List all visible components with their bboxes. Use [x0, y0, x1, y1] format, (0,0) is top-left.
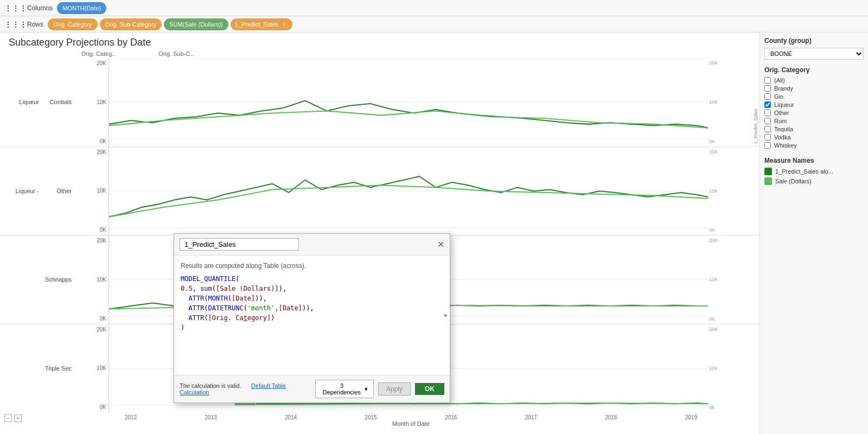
county-dropdown[interactable]: BOONE [764, 48, 864, 60]
checkbox-other[interactable] [764, 110, 771, 116]
filter-label-other: Other [774, 110, 789, 116]
month-date-pill[interactable]: MONTH(Date) [57, 2, 106, 14]
row-label-liqueur: Liqueur [0, 58, 43, 146]
filter-label-vodka: Vodka [774, 134, 791, 141]
y-axis-left-4: 20K 10K 0K [76, 324, 108, 413]
y-axis-left-1: 20K 10K 0K [76, 58, 108, 146]
deps-chevron-icon: ▾ [365, 386, 368, 393]
filter-other: Other [764, 110, 864, 116]
checkbox-whiskey[interactable] [764, 142, 771, 149]
orig-category-title: Orig. Category [764, 66, 864, 74]
x-label-2014: 2014 [285, 414, 297, 420]
county-group-section: County (group) BOONE [764, 37, 864, 60]
x-label-2018: 2018 [605, 414, 617, 420]
modal-code: MODEL_QUANTILE( 0.5, sum([Sale (Dollars)… [181, 274, 443, 333]
columns-toolbar: ⋮⋮⋮ Columns MONTH(Date) [0, 0, 868, 16]
sum-sale-pill[interactable]: SUM(Sale (Dollars)) [164, 18, 228, 30]
y-axis-left-3: 20K 10K 0K [76, 235, 108, 324]
filter-label-tequila: Tequila [774, 126, 793, 132]
checkbox-liqueur[interactable] [764, 101, 771, 108]
col-header-1: Orig. Categ.. [81, 50, 115, 57]
row-label-liqueur-other-2: Other [43, 147, 76, 235]
filter-liqueur: Liqueur [764, 101, 864, 108]
legend-label-sale: Sale (Dollars) [775, 178, 812, 184]
filter-vodka: Vodka [764, 134, 864, 141]
modal-close-button[interactable]: ✕ [437, 239, 444, 250]
filter-label-rum: Rum [774, 118, 787, 124]
x-label-2015: 2015 [365, 414, 377, 420]
modal-footer: The calculation is valid. Default Table … [174, 375, 450, 403]
filter-label-liqueur: Liqueur [774, 101, 794, 108]
row-label-triple-sec: Triple Sec [43, 324, 76, 413]
row-label-cordials: Cordials [43, 58, 76, 146]
filter-brandy: Brandy [764, 85, 864, 92]
filter-all: (All) [764, 77, 864, 84]
filter-label-all: (All) [774, 77, 785, 84]
row-label-schnapps: Schnapps [43, 235, 76, 324]
checkbox-tequila[interactable] [764, 126, 771, 132]
chart-title: Subcategory Projections by Date [0, 33, 760, 50]
apply-button[interactable]: Apply [378, 382, 411, 395]
modal-scroll-arrow[interactable]: ▶ [444, 312, 448, 318]
filter-label-whiskey: Whiskey [774, 142, 797, 149]
x-label-2017: 2017 [525, 414, 537, 420]
filter-whiskey: Whiskey [764, 142, 864, 149]
modal-footer-left: The calculation is valid. Default Table … [180, 382, 315, 395]
checkbox-vodka[interactable] [764, 134, 771, 141]
row-label-schnapps-empty [0, 235, 43, 324]
row-label-liqueur-other-1: Liqueur - [0, 147, 43, 235]
y-axis-right-3: 20K 10K 0K [708, 235, 738, 324]
modal-header: ✕ [174, 234, 450, 256]
calculation-dialog[interactable]: ✕ Results are computed along Table (acro… [174, 233, 450, 403]
ok-button[interactable]: OK [415, 383, 444, 395]
modal-footer-right: 3 Dependencies ▾ Apply OK [315, 380, 444, 398]
orig-subcategory-pill[interactable]: Orig. Sub-Category [100, 18, 162, 30]
collapse-icon[interactable]: − [4, 414, 12, 422]
legend-predict-sales: 1_Predict_Sales alo... [764, 168, 864, 175]
dependencies-button[interactable]: 3 Dependencies ▾ [315, 380, 374, 398]
measure-names-section: Measure Names 1_Predict_Sales alo... Sal… [764, 157, 864, 187]
modal-info-text: Results are computed along Table (across… [181, 262, 443, 270]
right-sidebar: County (group) BOONE Orig. Category (All… [760, 33, 868, 434]
y-axis-right-1: 20K 10K 0K [708, 58, 738, 146]
filter-label-gin: Gin [774, 93, 783, 100]
chart-plot-liqueur-other [108, 147, 708, 235]
expand-icon[interactable]: + [14, 414, 22, 422]
x-axis-title: Month of Date [114, 420, 708, 427]
y-axis-right-2: 20K 10K 0K [708, 147, 738, 235]
chart-row-cordials: Liqueur Cordials 20K 10K 0K [0, 58, 760, 147]
chart-row-liqueur-other: Liqueur - Other 20K 10K 0K [0, 147, 760, 236]
x-label-2016: 2016 [445, 414, 457, 420]
legend-color-sale [764, 177, 772, 185]
checkbox-brandy[interactable] [764, 85, 771, 92]
columns-grid-icon: ⋮⋮⋮ [4, 4, 27, 12]
x-label-2019: 2019 [685, 414, 697, 420]
y-axis-left-2: 20K 10K 0K [76, 147, 108, 235]
predict-sales-pill[interactable]: 1_Predict_Sales ! [231, 18, 292, 30]
filter-label-brandy: Brandy [774, 85, 793, 92]
legend-sale-dollars: Sale (Dollars) [764, 177, 864, 185]
row-label-triple-empty [0, 324, 43, 413]
x-label-2013: 2013 [205, 414, 217, 420]
checkbox-rum[interactable] [764, 118, 771, 124]
county-group-title: County (group) [764, 37, 864, 44]
orig-category-section: Orig. Category (All) Brandy Gin Liqueur [764, 66, 864, 150]
y-axis-right-4: 20K 10K 0K [708, 324, 738, 413]
col-header-2: Orig. Sub-C.. [158, 50, 193, 57]
rows-grid-icon: ⋮⋮⋮ [4, 20, 27, 29]
checkbox-all[interactable] [764, 77, 771, 84]
modal-body: Results are computed along Table (across… [174, 256, 450, 375]
warning-icon: ! [280, 21, 288, 28]
orig-category-pill[interactable]: Orig. Category [48, 18, 98, 30]
x-label-2012: 2012 [125, 414, 137, 420]
calc-valid-text: The calculation is valid. [180, 382, 241, 389]
modal-title-input[interactable] [180, 238, 299, 251]
filter-gin: Gin [764, 93, 864, 100]
checkbox-gin[interactable] [764, 93, 771, 100]
filter-tequila: Tequila [764, 126, 864, 132]
legend-color-predict [764, 168, 772, 175]
chart-plot-cordials [108, 58, 708, 146]
columns-label: Columns [27, 4, 53, 12]
app-container: ⋮⋮⋮ Columns MONTH(Date) ⋮⋮⋮ Rows Orig. C… [0, 0, 868, 434]
rows-toolbar: ⋮⋮⋮ Rows Orig. Category Orig. Sub-Catego… [0, 16, 868, 33]
